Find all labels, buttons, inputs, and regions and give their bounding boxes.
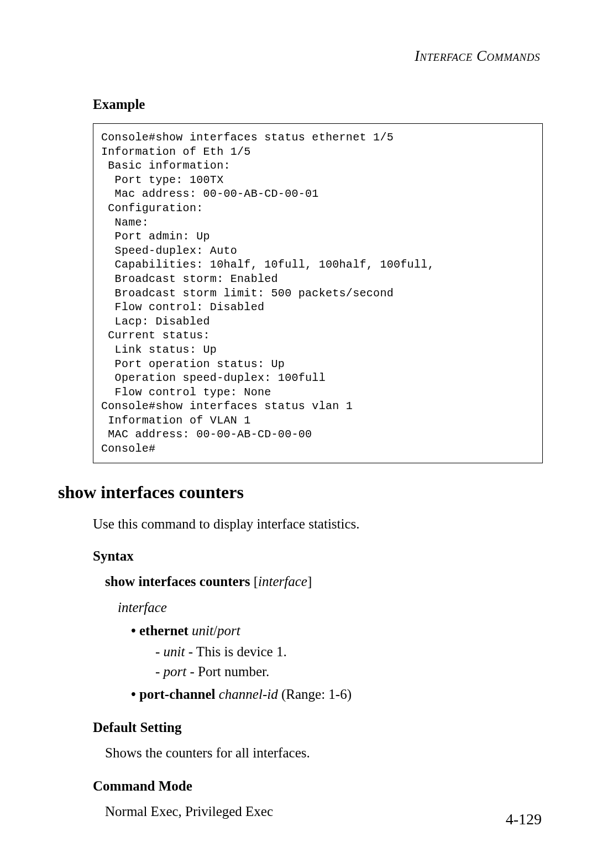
syntax-bracket-open: [ <box>250 574 258 589</box>
running-header: Interface Commands <box>58 48 540 65</box>
ethernet-sublist: unit - This is device 1. port - Port num… <box>155 642 543 682</box>
portchannel-rest: (Range: 1-6) <box>278 687 352 702</box>
ethernet-arg-port: port <box>217 623 240 638</box>
ethernet-unit-desc: unit - This is device 1. <box>155 642 543 662</box>
default-setting-text: Shows the counters for all interfaces. <box>105 743 543 763</box>
syntax-line: show interfaces counters [interface] <box>105 572 543 592</box>
syntax-option-ethernet: ethernet unit/port unit - This is device… <box>131 621 543 682</box>
syntax-command: show interfaces counters <box>105 574 250 589</box>
syntax-interface-label: interface <box>118 598 543 618</box>
ethernet-arg-unit: unit <box>192 623 213 638</box>
command-mode-heading: Command Mode <box>93 778 543 794</box>
port-label: port <box>164 664 187 679</box>
syntax-options-list: ethernet unit/port unit - This is device… <box>131 621 543 704</box>
section-description: Use this command to display interface st… <box>93 515 543 534</box>
port-text: - Port number. <box>186 664 269 679</box>
portchannel-keyword: port-channel <box>139 687 216 702</box>
section-title: show interfaces counters <box>58 482 543 503</box>
ethernet-port-desc: port - Port number. <box>155 662 543 682</box>
syntax-param-interface: interface <box>258 574 307 589</box>
example-heading: Example <box>93 97 543 112</box>
syntax-heading: Syntax <box>93 548 543 564</box>
page: Interface Commands Example Console#show … <box>0 0 597 868</box>
portchannel-arg: channel-id <box>219 687 278 702</box>
page-number: 4-129 <box>506 811 542 828</box>
unit-text: - This is device 1. <box>185 644 286 659</box>
default-setting-heading: Default Setting <box>93 720 543 735</box>
console-output-box: Console#show interfaces status ethernet … <box>93 123 543 463</box>
syntax-bracket-close: ] <box>307 574 312 589</box>
ethernet-keyword: ethernet <box>139 623 188 638</box>
syntax-option-portchannel: port-channel channel-id (Range: 1-6) <box>131 684 543 704</box>
ethernet-slash: / <box>213 623 217 638</box>
unit-label: unit <box>164 644 185 659</box>
command-mode-text: Normal Exec, Privileged Exec <box>105 802 543 822</box>
